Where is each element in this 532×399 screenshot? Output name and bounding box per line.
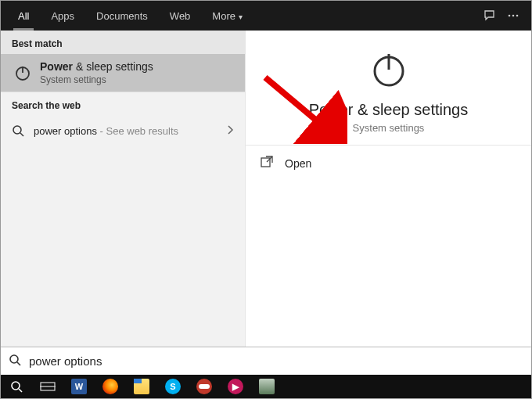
spectacles-icon[interactable] <box>189 375 220 398</box>
svg-line-6 <box>20 133 23 136</box>
more-options-icon[interactable] <box>501 4 525 27</box>
preview-pane: Power & sleep settings System settings O… <box>245 31 531 347</box>
web-result[interactable]: power options - See web results <box>1 116 245 146</box>
svg-line-15 <box>19 389 22 392</box>
search-input[interactable] <box>29 354 523 368</box>
search-box[interactable] <box>1 347 531 375</box>
result-subtitle: System settings <box>40 74 153 85</box>
taskbar-search-button[interactable] <box>1 375 32 398</box>
pink-app-icon[interactable]: ▶ <box>220 375 251 398</box>
svg-point-14 <box>12 382 20 390</box>
tab-more[interactable]: More <box>201 1 253 31</box>
web-result-text: power options - See web results <box>34 125 226 137</box>
svg-line-13 <box>17 362 20 365</box>
printer-icon[interactable] <box>251 375 282 398</box>
result-title: Power & sleep settings <box>40 60 153 73</box>
preview-title: Power & sleep settings <box>309 101 468 119</box>
file-explorer-icon[interactable] <box>126 375 157 398</box>
svg-point-0 <box>509 15 511 17</box>
svg-point-2 <box>516 15 519 17</box>
skype-icon[interactable]: S <box>157 375 189 398</box>
feedback-icon[interactable] <box>478 4 501 27</box>
results-list: Best match Power & sleep settings System… <box>1 31 245 347</box>
firefox-icon[interactable] <box>95 375 126 398</box>
svg-rect-10 <box>261 158 270 167</box>
tab-all[interactable]: All <box>7 1 40 31</box>
open-icon <box>260 155 274 172</box>
tab-web[interactable]: Web <box>159 1 202 31</box>
svg-point-5 <box>13 126 21 134</box>
open-action[interactable]: Open <box>246 146 531 182</box>
open-label: Open <box>285 157 311 170</box>
chevron-right-icon <box>226 124 234 138</box>
taskbar: W S ▶ <box>1 375 531 398</box>
svg-point-12 <box>10 355 18 363</box>
task-view-icon[interactable] <box>32 375 63 398</box>
search-web-header: Search the web <box>1 92 245 116</box>
preview-subtitle: System settings <box>353 122 425 134</box>
tab-apps[interactable]: Apps <box>40 1 85 31</box>
search-icon <box>12 124 27 137</box>
power-icon-large <box>368 48 410 93</box>
power-icon <box>12 63 34 82</box>
best-match-header: Best match <box>1 31 245 54</box>
chevron-down-icon <box>239 10 243 22</box>
search-icon <box>9 354 21 369</box>
best-match-result[interactable]: Power & sleep settings System settings <box>1 54 245 92</box>
svg-point-1 <box>512 15 515 17</box>
search-scope-tabs: All Apps Documents Web More <box>1 1 531 31</box>
tab-documents[interactable]: Documents <box>85 1 159 31</box>
word-icon[interactable]: W <box>63 375 95 398</box>
